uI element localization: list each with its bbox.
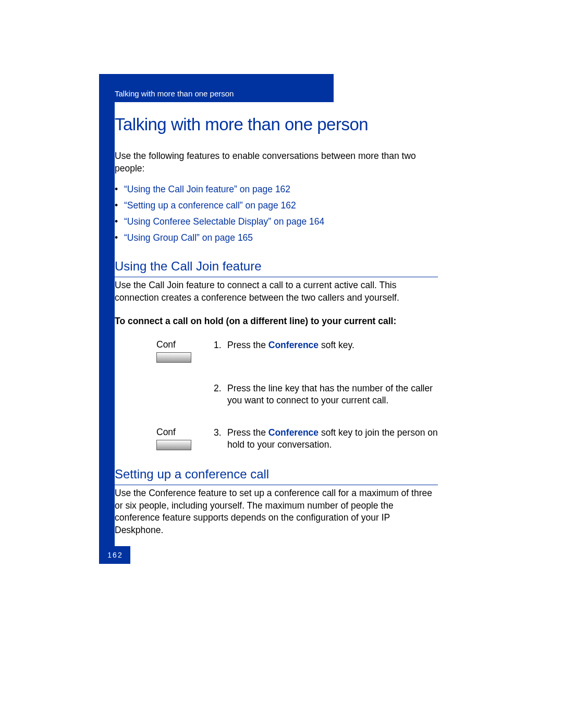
document-page: Talking with more than one person Talkin… bbox=[0, 0, 563, 728]
toc-link[interactable]: “Using the Call Join feature” on page 16… bbox=[124, 184, 438, 195]
page-title: Talking with more than one person bbox=[115, 115, 438, 134]
section-heading: Using the Call Join feature bbox=[115, 259, 438, 277]
toc-link[interactable]: “Using Conferee Selectable Display” on p… bbox=[124, 216, 438, 227]
side-color-bar bbox=[99, 74, 115, 564]
keyword: Conference bbox=[268, 427, 319, 438]
step-visual: Conf bbox=[115, 427, 214, 450]
softkey-button-icon bbox=[156, 352, 191, 363]
running-header: Talking with more than one person bbox=[99, 74, 334, 102]
step-number: 1. bbox=[214, 339, 227, 352]
toc-link-list: “Using the Call Join feature” on page 16… bbox=[115, 184, 438, 243]
step-instruction: 2. Press the line key that has the numbe… bbox=[214, 382, 438, 407]
procedure-lead: To connect a call on hold (on a differen… bbox=[115, 316, 438, 327]
keyword: Conference bbox=[268, 340, 319, 350]
procedure-steps: Conf 1. Press the Conference soft key. 2… bbox=[115, 339, 438, 452]
step-text: Press the line key that has the number o… bbox=[227, 382, 438, 407]
step-number: 3. bbox=[214, 427, 227, 451]
step-row: Conf 1. Press the Conference soft key. bbox=[115, 339, 438, 363]
softkey-label: Conf bbox=[156, 339, 214, 350]
step-instruction: 1. Press the Conference soft key. bbox=[214, 339, 438, 352]
step-visual: Conf bbox=[115, 339, 214, 363]
toc-link[interactable]: “Setting up a conference call” on page 1… bbox=[124, 200, 438, 211]
softkey-button-icon bbox=[156, 440, 191, 450]
intro-paragraph: Use the following features to enable con… bbox=[115, 150, 438, 175]
running-header-text: Talking with more than one person bbox=[115, 89, 234, 98]
step-row: Conf 3. Press the Conference soft key to… bbox=[115, 427, 438, 451]
step-number: 2. bbox=[214, 382, 227, 407]
page-number: 162 bbox=[99, 546, 130, 564]
step-text: Press the Conference soft key to join th… bbox=[227, 427, 438, 451]
section-body: Use the Call Join feature to connect a c… bbox=[115, 279, 438, 304]
softkey-label: Conf bbox=[156, 427, 214, 438]
step-row: 2. Press the line key that has the numbe… bbox=[115, 382, 438, 407]
section-body: Use the Conference feature to set up a c… bbox=[115, 487, 438, 537]
section-heading: Setting up a conference call bbox=[115, 467, 438, 485]
step-instruction: 3. Press the Conference soft key to join… bbox=[214, 427, 438, 451]
step-text: Press the Conference soft key. bbox=[227, 339, 438, 352]
toc-link[interactable]: “Using Group Call” on page 165 bbox=[124, 232, 438, 243]
page-content: Talking with more than one person Use th… bbox=[115, 109, 438, 546]
